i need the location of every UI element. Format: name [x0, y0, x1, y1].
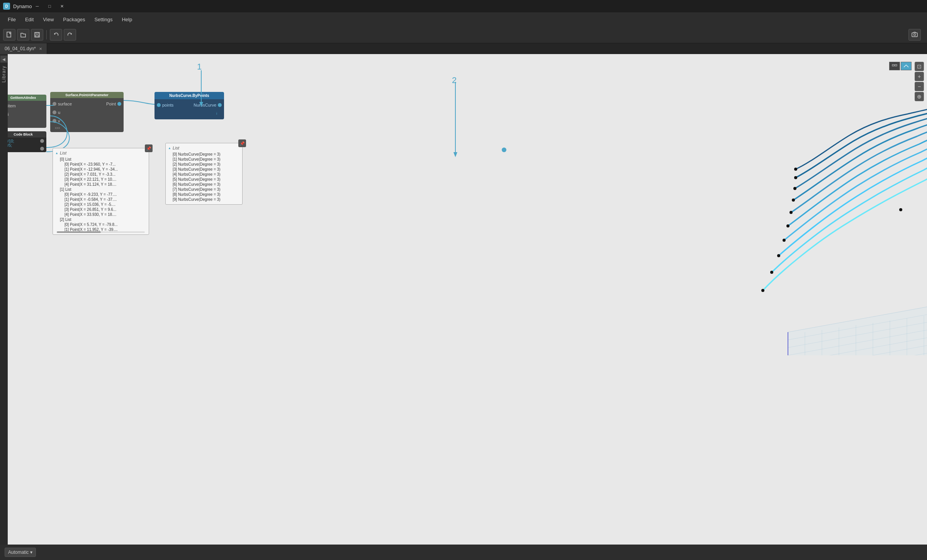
arrow-1 — [201, 70, 202, 107]
close-button[interactable]: ✕ — [56, 2, 67, 10]
menu-edit[interactable]: Edit — [20, 15, 38, 24]
zoom-in-button[interactable]: + — [915, 72, 924, 81]
curves-svg — [425, 54, 927, 355]
save-button[interactable] — [31, 29, 43, 41]
node-nurbs[interactable]: NurbsCurve.ByPoints points NurbsCurve i — [154, 92, 224, 119]
svg-rect-6 — [892, 64, 894, 66]
menu-view[interactable]: View — [38, 15, 58, 24]
3d-scene — [425, 54, 927, 355]
list-item: [3] Point(X = 22.121, Y = 10.... — [55, 177, 146, 182]
node-surface-title: Surface.PointAtParameter — [50, 92, 124, 98]
zoom-out-button[interactable]: − — [915, 82, 924, 91]
tab-bar: 06_04_01.dyn* ✕ — [0, 43, 927, 54]
list-item: [8] NurbsCurve(Degree = 3) — [168, 192, 240, 197]
nurbs-preview-box: 📌 List [0] NurbsCurve(Degree = 3) [1] Nu… — [165, 143, 243, 205]
view-toggle — [889, 62, 912, 70]
list-item: [1] NurbsCurve(Degree = 3) — [168, 157, 240, 162]
menu-bar: File Edit View Packages Settings Help — [0, 12, 927, 26]
svg-point-30 — [777, 254, 780, 257]
arrow-2 — [455, 82, 456, 157]
library-label[interactable]: Library — [0, 63, 7, 86]
list-item: [0] List — [55, 157, 146, 162]
status-bar: Automatic ▾ — [0, 545, 927, 560]
svg-rect-3 — [36, 35, 39, 37]
svg-line-36 — [788, 317, 927, 348]
fit-view-button[interactable]: ⊡ — [915, 62, 924, 71]
port-surface: surface — [50, 100, 74, 108]
tab-dynfile[interactable]: 06_04_01.dyn* ✕ — [0, 43, 47, 54]
list-item: [0] NurbsCurve(Degree = 3) — [168, 152, 240, 157]
list-item: [2] Point(X = 15.036, Y = -5.... — [55, 202, 146, 207]
maximize-button[interactable]: □ — [44, 2, 55, 10]
svg-point-29 — [783, 239, 786, 242]
list-item: [5] NurbsCurve(Degree = 3) — [168, 177, 240, 182]
port-xxx: xxx — [50, 125, 74, 131]
port-v: v — [50, 117, 74, 125]
svg-line-38 — [788, 332, 927, 355]
svg-point-31 — [770, 271, 773, 274]
reset-view-button[interactable]: ⊕ — [915, 92, 924, 101]
svg-point-26 — [792, 199, 795, 202]
screenshot-button[interactable] — [908, 29, 921, 41]
menu-packages[interactable]: Packages — [58, 15, 90, 24]
undo-button[interactable] — [50, 29, 62, 41]
list-item: [4] Point(X = 33.930, Y = 18.... — [55, 212, 146, 217]
title-bar-title: Dynamo — [13, 3, 32, 9]
surface-preview-box: 📌 List [0] List [0] Point(X = -23.960, Y… — [53, 148, 149, 235]
port-points: points — [154, 101, 176, 109]
view-2d-button[interactable] — [889, 62, 900, 70]
list-item: [0] Point(X = -9.233, Y = -77.... — [55, 192, 146, 197]
nurbs-preview-header: List — [168, 146, 240, 150]
tab-filename: 06_04_01.dyn* — [5, 46, 36, 51]
node-nurbs-title: NurbsCurve.ByPoints — [154, 92, 224, 99]
svg-line-35 — [788, 309, 927, 340]
minimize-button[interactable]: ─ — [32, 2, 42, 10]
list-item: [2] Point(X = 7.031, Y = -3.3... — [55, 172, 146, 177]
svg-point-23 — [794, 168, 797, 171]
list-item: [3] Point(X = 26.851, Y = 9.6... — [55, 207, 146, 212]
execution-mode-label: Automatic — [8, 550, 29, 555]
surface-preview-pin[interactable]: 📌 — [145, 144, 153, 152]
node-surface[interactable]: Surface.PointAtParameter surface u v xxx — [50, 92, 124, 132]
menu-file[interactable]: File — [3, 15, 20, 24]
port-point: Point — [104, 100, 124, 108]
menu-settings[interactable]: Settings — [90, 15, 117, 24]
svg-point-32 — [761, 289, 764, 292]
toolbar — [0, 26, 927, 43]
svg-point-33 — [899, 208, 902, 211]
svg-rect-4 — [912, 33, 917, 37]
list-item: [9] NurbsCurve(Degree = 3) — [168, 197, 240, 202]
svg-point-5 — [914, 34, 916, 36]
surface-preview-scroll[interactable]: [0] List [0] Point(X = -23.960, Y = -7..… — [55, 157, 146, 232]
redo-button[interactable] — [64, 29, 76, 41]
list-item: [2] List — [55, 217, 146, 222]
svg-rect-0 — [7, 32, 11, 37]
toolbar-separator — [46, 30, 47, 39]
list-item: [1] Point(X = -12.946, Y = -34... — [55, 167, 146, 172]
list-item: [0] Point(X = -23.960, Y = -7... — [55, 162, 146, 167]
menu-help[interactable]: Help — [117, 15, 137, 24]
view-3d-button[interactable] — [901, 62, 912, 70]
port-u: u — [50, 108, 74, 117]
port-nurbscurve: NurbsCurve — [191, 101, 224, 109]
canvas-area[interactable]: ◀ Library ⊡ + − ⊕ 1 2 GetItemAtIndex — [0, 54, 927, 545]
canvas-label-2: 2 — [452, 75, 457, 85]
execution-mode-dropdown[interactable]: Automatic ▾ — [5, 548, 36, 557]
nurbs-preview-pin[interactable]: 📌 — [238, 139, 246, 147]
svg-point-28 — [786, 224, 789, 227]
svg-line-37 — [788, 324, 927, 355]
open-button[interactable] — [17, 29, 29, 41]
svg-marker-34 — [788, 301, 927, 355]
tab-close-button[interactable]: ✕ — [39, 47, 42, 51]
window-controls: ─ □ ✕ — [32, 2, 67, 10]
new-button[interactable] — [3, 29, 15, 41]
left-panel: ◀ Library — [0, 54, 8, 545]
port-nurbs-i: i — [214, 109, 224, 118]
list-item: [0] Point(X = 5.724, Y = -79.8... — [55, 222, 146, 227]
surface-preview-scrollbar[interactable] — [57, 231, 145, 233]
svg-point-24 — [794, 176, 797, 179]
panel-expand-button[interactable]: ◀ — [0, 56, 7, 63]
svg-point-12 — [502, 148, 506, 152]
nurbs-preview-items: [0] NurbsCurve(Degree = 3) [1] NurbsCurv… — [168, 152, 240, 202]
svg-point-27 — [789, 211, 793, 214]
